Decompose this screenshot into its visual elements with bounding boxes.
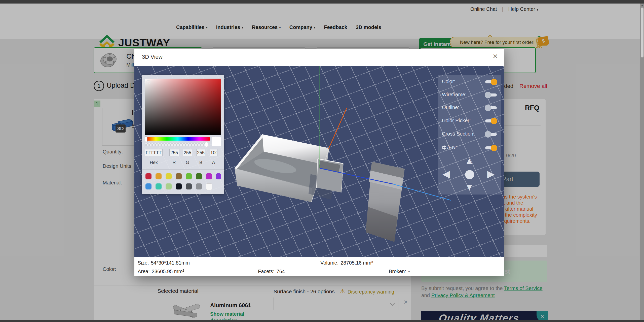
color-picker-toggle-label: Color Picker: (442, 118, 471, 123)
toggle-knob (491, 145, 497, 151)
color-swatch[interactable] (156, 183, 162, 189)
cross-section-toggle-label: Cross Section: (442, 131, 475, 137)
color-swatch[interactable] (166, 173, 172, 179)
close-icon[interactable]: × (493, 52, 498, 60)
3d-view-modal: 3D View × (134, 49, 504, 276)
a-field[interactable] (210, 149, 217, 156)
outline-toggle[interactable] (485, 106, 497, 109)
color-swatch[interactable] (176, 173, 182, 179)
wireframe-toggle[interactable] (485, 93, 497, 96)
color-swatch[interactable] (156, 173, 162, 179)
hex-label: Hex (145, 160, 163, 165)
r-label: R (169, 160, 179, 165)
color-picker-toggle[interactable] (485, 119, 497, 122)
modal-title: 3D View (142, 54, 163, 60)
broken-value: - (408, 269, 410, 274)
toggle-knob (485, 105, 491, 111)
color-swatch[interactable] (186, 183, 192, 189)
a-label: A (210, 160, 217, 165)
color-swatch[interactable] (206, 173, 212, 179)
g-label: G (183, 160, 192, 165)
alpha-slider-handle[interactable] (205, 142, 208, 147)
b-label: B (196, 160, 205, 165)
model-info-bar: Size:54*30*141.81mm Volume:28705.16 mm³ … (134, 257, 504, 276)
color-preview-swatch (212, 137, 221, 146)
toggle-knob (485, 92, 491, 98)
wireframe-toggle-label: Wireframe: (442, 92, 467, 98)
color-swatch[interactable] (206, 183, 212, 190)
area-label: Area: (138, 269, 150, 274)
color-toggle[interactable] (485, 80, 497, 83)
size-value: 54*30*141.81mm (151, 260, 190, 266)
color-swatch[interactable] (145, 173, 151, 179)
color-picker-panel: Hex R G B A (142, 75, 224, 194)
top-strip (0, 0, 644, 4)
hue-slider[interactable] (145, 137, 210, 141)
hue-slider-handle[interactable] (145, 137, 147, 142)
color-swatch[interactable] (166, 183, 172, 189)
bottom-strip (0, 320, 644, 322)
scrollbar[interactable]: ▲ (640, 4, 644, 320)
modal-header: 3D View × (134, 49, 504, 66)
volume-value: 28705.16 mm³ (340, 260, 373, 266)
color-swatch[interactable] (145, 183, 151, 189)
facets-value: 764 (277, 269, 285, 274)
cross-section-toggle[interactable] (485, 133, 497, 136)
outline-toggle-label: Outline: (442, 105, 459, 110)
reset-view-button[interactable] (465, 170, 474, 179)
size-label: Size: (138, 260, 149, 266)
rotate-up-button[interactable]: ▲ (465, 156, 474, 166)
toggle-knob (491, 79, 497, 85)
rotate-left-button[interactable]: ◀ (442, 169, 450, 179)
color-swatch[interactable] (216, 173, 221, 179)
rotate-down-button[interactable]: ▼ (465, 182, 474, 192)
scroll-up-icon[interactable]: ▲ (641, 4, 643, 6)
b-field[interactable] (196, 149, 205, 156)
language-toggle-label: /EN: (442, 145, 457, 150)
r-field[interactable] (169, 149, 179, 156)
color-swatch[interactable] (196, 173, 202, 179)
rotate-right-button[interactable]: ▶ (487, 169, 495, 179)
saturation-value-gradient[interactable] (145, 79, 221, 135)
color-swatch[interactable] (186, 173, 192, 179)
g-field[interactable] (183, 149, 192, 156)
hex-field[interactable] (145, 149, 163, 156)
viewer-controls-panel: Color: Wireframe: Outline: Color Picker:… (438, 75, 501, 195)
3d-viewport[interactable]: Hex R G B A Color: (134, 66, 504, 257)
color-swatch[interactable] (196, 183, 202, 189)
picker-divider (142, 169, 224, 170)
facets-label: Facets: (258, 269, 275, 274)
area-value: 23605.95 mm² (152, 269, 184, 274)
sv-cursor[interactable] (146, 80, 150, 84)
volume-label: Volume: (320, 260, 338, 266)
color-toggle-label: Color: (442, 79, 455, 84)
broken-label: Broken: (389, 269, 406, 274)
scrollbar-thumb[interactable] (641, 8, 643, 57)
language-toggle[interactable] (485, 146, 497, 149)
toggle-knob (485, 131, 491, 138)
alpha-slider[interactable] (145, 143, 208, 146)
zh-character-icon (442, 145, 447, 150)
color-swatch[interactable] (176, 183, 182, 189)
toggle-knob (491, 118, 497, 124)
